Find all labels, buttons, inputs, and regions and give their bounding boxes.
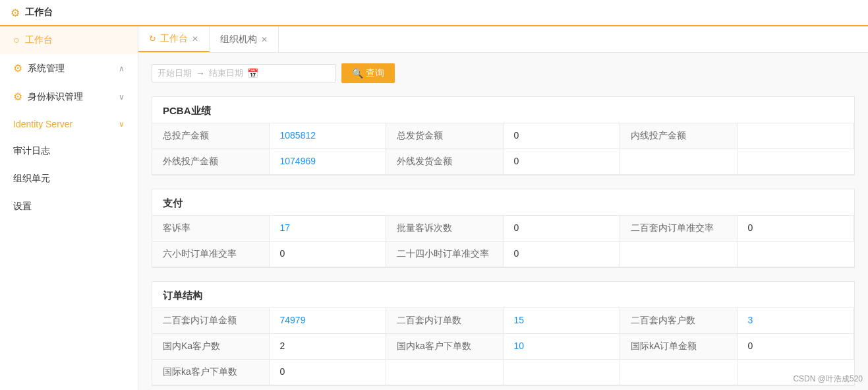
data-cell-value: 0 bbox=[738, 216, 855, 242]
data-cell-label: 客诉率 bbox=[152, 216, 270, 242]
data-cell-label: 二百套内客户数 bbox=[620, 308, 738, 334]
top-bar-title: 工作台 bbox=[25, 7, 53, 18]
data-cell-empty bbox=[386, 360, 504, 385]
data-grid: 二百套内订单金额74979二百套内订单数15二百套内客户数3国内Ka客户数2国内… bbox=[152, 308, 854, 385]
sidebar-item-label: 身份标识管理 bbox=[28, 91, 83, 103]
sidebar-item-workbench[interactable]: ○ 工作台 bbox=[0, 26, 138, 54]
sidebar-item-settings[interactable]: 设置 bbox=[0, 193, 138, 220]
data-cell-empty bbox=[738, 149, 855, 175]
data-cell-label: 批量客诉次数 bbox=[386, 216, 504, 242]
data-cell-value: 0 bbox=[504, 149, 621, 175]
end-date-placeholder: 结束日期 bbox=[209, 67, 243, 79]
data-cell-label: 国际kA订单金额 bbox=[620, 334, 738, 360]
data-cell-value: 74979 bbox=[270, 308, 387, 334]
chevron-down-icon-2: ∨ bbox=[119, 119, 125, 129]
workbench-icon: ⚙ bbox=[11, 7, 20, 19]
data-cell-value: 0 bbox=[270, 360, 387, 385]
data-cell-label: 总投产金额 bbox=[152, 123, 270, 149]
sidebar-item-label: 工作台 bbox=[25, 34, 53, 46]
sidebar-item-label: 审计日志 bbox=[13, 145, 50, 157]
data-cell-value: 15 bbox=[504, 308, 621, 334]
data-cell-label: 总发货金额 bbox=[386, 123, 504, 149]
data-cell-value: 1085812 bbox=[270, 123, 387, 149]
chevron-up-icon: ∧ bbox=[119, 64, 125, 73]
tab-workbench[interactable]: ↻ 工作台 ✕ bbox=[138, 26, 210, 52]
data-cell-empty bbox=[620, 242, 738, 267]
section-title: PCBA业绩 bbox=[152, 97, 854, 123]
data-cell-value: 2 bbox=[270, 334, 387, 360]
filter-row: 开始日期 → 结束日期 📅 🔍 查询 bbox=[152, 63, 855, 83]
data-cell-value: 17 bbox=[270, 216, 387, 242]
search-label: 查询 bbox=[366, 67, 384, 79]
section-title: 订单结构 bbox=[152, 282, 854, 308]
top-bar: ⚙ 工作台 bbox=[0, 0, 868, 26]
data-cell-empty bbox=[620, 360, 738, 385]
data-cell-value: 3 bbox=[738, 308, 855, 334]
data-cell-label: 二十四小时订单准交率 bbox=[386, 242, 504, 267]
search-button[interactable]: 🔍 查询 bbox=[341, 63, 395, 83]
data-cell-empty bbox=[620, 149, 738, 175]
data-cell-label: 国际ka客户下单数 bbox=[152, 360, 270, 385]
sidebar-item-identity-mgmt[interactable]: ⚙ 身份标识管理 ∨ bbox=[0, 82, 138, 111]
sidebar-item-identity-server[interactable]: Identity Server ∨ bbox=[0, 111, 138, 137]
data-cell-label: 二百套内订单数 bbox=[386, 308, 504, 334]
page-content: 开始日期 → 结束日期 📅 🔍 查询 PCBA业绩总投产金额1085812总发货… bbox=[138, 53, 868, 390]
tab-refresh-icon: ↻ bbox=[149, 34, 156, 44]
sidebar-item-audit-log[interactable]: 审计日志 bbox=[0, 137, 138, 165]
sidebar: ○ 工作台 ⚙ 系统管理 ∧ ⚙ 身份标识管理 ∨ Identity Serve… bbox=[0, 26, 138, 390]
data-cell-value bbox=[738, 123, 855, 149]
main-layout: ○ 工作台 ⚙ 系统管理 ∧ ⚙ 身份标识管理 ∨ Identity Serve… bbox=[0, 26, 868, 390]
data-cell-label: 外线发货金额 bbox=[386, 149, 504, 175]
system-mgmt-icon: ⚙ bbox=[13, 62, 22, 75]
sidebar-item-label: 设置 bbox=[13, 201, 32, 212]
section-title: 支付 bbox=[152, 189, 854, 215]
date-range-arrow: → bbox=[196, 68, 205, 79]
data-cell-label: 六小时订单准交率 bbox=[152, 242, 270, 267]
sidebar-item-system-mgmt[interactable]: ⚙ 系统管理 ∧ bbox=[0, 54, 138, 82]
data-cell-value: 0 bbox=[504, 216, 621, 242]
start-date-placeholder: 开始日期 bbox=[158, 67, 192, 79]
tab-label: 工作台 bbox=[160, 33, 188, 45]
data-cell-value: 10 bbox=[504, 334, 621, 360]
section-payment: 支付客诉率17批量客诉次数0二百套内订单准交率0六小时订单准交率0二十四小时订单… bbox=[152, 189, 855, 268]
tab-bar: ↻ 工作台 ✕ 组织机构 ✕ bbox=[138, 26, 868, 53]
data-cell-value: 0 bbox=[504, 123, 621, 149]
section-order-structure: 订单结构二百套内订单金额74979二百套内订单数15二百套内客户数3国内Ka客户… bbox=[152, 281, 855, 386]
data-cell-label: 外线投产金额 bbox=[152, 149, 270, 175]
data-cell-label: 国内ka客户下单数 bbox=[386, 334, 504, 360]
sidebar-item-label: 组织单元 bbox=[13, 173, 50, 185]
sections-container: PCBA业绩总投产金额1085812总发货金额0内线投产金额外线投产金额1074… bbox=[152, 96, 855, 386]
tab-close-workbench[interactable]: ✕ bbox=[192, 34, 198, 44]
data-cell-label: 国内Ka客户数 bbox=[152, 334, 270, 360]
data-cell-value: 1074969 bbox=[270, 149, 387, 175]
data-cell-value: 0 bbox=[738, 334, 855, 360]
workbench-sidebar-icon: ○ bbox=[13, 34, 20, 46]
data-cell-value: 0 bbox=[504, 242, 621, 267]
data-cell-label: 内线投产金额 bbox=[620, 123, 738, 149]
sidebar-item-label: Identity Server bbox=[13, 119, 72, 129]
tab-close-org[interactable]: ✕ bbox=[261, 35, 268, 44]
data-cell-label: 二百套内订单金额 bbox=[152, 308, 270, 334]
data-cell-empty bbox=[504, 360, 621, 385]
data-cell-empty bbox=[738, 242, 855, 267]
watermark: CSDN @叶浩成520 bbox=[793, 374, 863, 385]
identity-mgmt-icon: ⚙ bbox=[13, 90, 22, 103]
date-range-input[interactable]: 开始日期 → 结束日期 📅 bbox=[152, 64, 336, 82]
data-grid: 总投产金额1085812总发货金额0内线投产金额外线投产金额1074969外线发… bbox=[152, 123, 854, 175]
chevron-down-icon: ∨ bbox=[119, 92, 125, 102]
tab-org[interactable]: 组织机构 ✕ bbox=[210, 26, 279, 52]
tab-label: 组织机构 bbox=[220, 34, 257, 46]
data-cell-label: 二百套内订单准交率 bbox=[620, 216, 738, 242]
sidebar-item-label: 系统管理 bbox=[28, 63, 65, 75]
sidebar-item-org-unit[interactable]: 组织单元 bbox=[0, 165, 138, 193]
content-area: ↻ 工作台 ✕ 组织机构 ✕ 开始日期 → 结束日期 📅 🔍 bbox=[138, 26, 868, 390]
data-cell-value: 0 bbox=[270, 242, 387, 267]
calendar-icon: 📅 bbox=[247, 68, 258, 79]
data-grid: 客诉率17批量客诉次数0二百套内订单准交率0六小时订单准交率0二十四小时订单准交… bbox=[152, 215, 854, 267]
search-icon: 🔍 bbox=[352, 68, 363, 79]
section-pcba: PCBA业绩总投产金额1085812总发货金额0内线投产金额外线投产金额1074… bbox=[152, 96, 855, 176]
